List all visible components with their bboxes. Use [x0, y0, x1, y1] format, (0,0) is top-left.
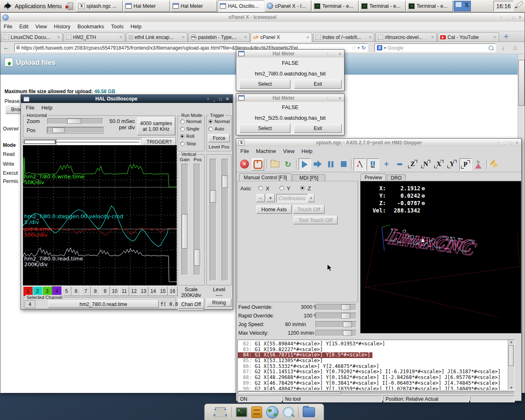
bookmark-star-icon[interactable]: ☆: [351, 45, 356, 51]
tab-preview[interactable]: Preview: [361, 173, 386, 181]
workspace-pager[interactable]: X: [454, 1, 471, 11]
hal-meter-2-exit-button[interactable]: Exit: [294, 124, 342, 133]
applications-menu-button[interactable]: Applications Menu: [1, 1, 64, 11]
tab-close-icon[interactable]: ✕: [306, 35, 310, 40]
rising-button[interactable]: Rising: [207, 299, 231, 307]
gcode-scrollbar[interactable]: ▲ ▼: [508, 340, 514, 390]
minimize-button[interactable]: _: [213, 96, 215, 101]
pos-slider[interactable]: [47, 127, 103, 133]
home-icon[interactable]: ⌂: [513, 44, 517, 51]
shade-button[interactable]: ↑: [207, 96, 210, 101]
close-button[interactable]: ×: [516, 140, 518, 145]
gcode-line[interactable]: 86:G1 X[53.5332*#<scale>] Y[2.46875*#<sc…: [238, 364, 514, 370]
search-engine-dropdown-icon[interactable]: ▾: [384, 46, 386, 50]
tool-touch-off-button[interactable]: Tool Touch Off: [293, 216, 338, 224]
view-perspective-button[interactable]: P: [459, 158, 472, 171]
zoom-out-button[interactable]: [394, 158, 405, 170]
samples-button[interactable]: 4000 samplesat 1.00 KHz: [137, 117, 175, 135]
view-z-button[interactable]: Z: [407, 158, 418, 170]
taskbar-item-terminal-2[interactable]: >Terminal - e...: [359, 0, 406, 12]
axis-x-radio[interactable]: [258, 186, 263, 190]
axis-z-radio[interactable]: [300, 186, 305, 190]
hal-meter-2-select-button[interactable]: Select: [240, 124, 290, 133]
runmode-single-radio[interactable]: [180, 127, 185, 131]
gcode-line[interactable]: 87:G2 X[51.14513*#<scale>] Y[0.79202*#<s…: [238, 369, 514, 375]
tab-mdi[interactable]: MDI [F5]: [292, 174, 325, 181]
browser-close-button[interactable]: ×: [519, 15, 521, 20]
clear-plot-button[interactable]: [489, 158, 500, 170]
gcode-line[interactable]: 88:G2 X[48.29688*#<scale>] Y[0.1582*#<sc…: [238, 375, 514, 381]
channel-7-button[interactable]: 7: [81, 286, 91, 296]
touch-off-button[interactable]: Touch Off: [293, 205, 324, 214]
tab-linuxcnc-devel[interactable]: #linuxcnc-devel...✕: [375, 32, 437, 41]
trigger-position-widget[interactable]: [23, 139, 141, 145]
axis-menu-file[interactable]: File: [240, 148, 249, 154]
hal-meter-1-select-button[interactable]: Select: [240, 80, 290, 89]
runmode-normal-radio[interactable]: [180, 119, 185, 124]
taskbar-item-splash[interactable]: Xsplash.ngc ...: [76, 0, 123, 12]
tab-close-icon[interactable]: ✕: [431, 35, 434, 39]
scope-menu-file[interactable]: File: [26, 105, 34, 111]
jog-mode-combo[interactable]: Continuous ▾: [276, 194, 315, 202]
optional-pause-button[interactable]: M1: [367, 158, 379, 171]
channel-11-button[interactable]: 11: [119, 286, 129, 296]
open-file-button[interactable]: [269, 158, 281, 170]
channel-8-button[interactable]: 8: [91, 286, 100, 296]
trigger-pos-slider[interactable]: [221, 159, 228, 281]
tab-index-seb[interactable]: Index of /~seb/li...✕: [313, 32, 374, 41]
max-velocity-slider[interactable]: [315, 330, 356, 336]
gain-slider[interactable]: [181, 164, 188, 275]
view-y-button[interactable]: Y: [446, 158, 458, 170]
gcode-line[interactable]: 85:G1 X[53.12305*#<scale>]: [238, 358, 514, 364]
reload-file-button[interactable]: ↻: [282, 158, 294, 170]
channel-9-button[interactable]: 9: [100, 286, 110, 296]
logout-button[interactable]: [65, 1, 75, 11]
taskbar-item-halmeter-1[interactable]: Hal Meter: [123, 0, 170, 12]
search-placeholder[interactable]: Google: [388, 45, 487, 51]
jog-speed-slider[interactable]: [315, 321, 356, 328]
axis-menu-machine[interactable]: Machine: [256, 148, 276, 154]
tab-close-icon[interactable]: ✕: [244, 35, 247, 39]
menu-edit[interactable]: Edit: [19, 23, 28, 30]
channel-15-button[interactable]: 15: [158, 286, 168, 296]
reload-icon[interactable]: ↻: [361, 45, 366, 51]
taskbar-item-terminal-3[interactable]: >Terminal - e...: [406, 0, 453, 12]
tab-pastebin[interactable]: PBpastebin - Type,...✕: [188, 32, 250, 41]
channel-6-button[interactable]: 6: [71, 286, 81, 296]
estop-button[interactable]: ✕: [239, 158, 250, 170]
menu-file[interactable]: File: [4, 23, 12, 30]
minimize-button[interactable]: _: [503, 140, 506, 145]
back-button[interactable]: ←: [3, 43, 10, 52]
scroll-up-icon[interactable]: ▲: [508, 340, 514, 345]
tab-cpanel[interactable]: cPcPanel X✕: [251, 32, 312, 42]
runmode-stop-radio[interactable]: [180, 142, 185, 146]
show-desktop-icon[interactable]: [213, 407, 227, 417]
rotate-view-button[interactable]: ↻: [472, 158, 484, 170]
menu-bookmarks[interactable]: Bookmarks: [78, 23, 104, 30]
minimize-button[interactable]: _: [332, 96, 335, 100]
tab-eth4[interactable]: eth4 Link encap...✕: [126, 32, 187, 41]
tab-close-icon[interactable]: ✕: [57, 35, 60, 39]
maximize-button[interactable]: □: [509, 140, 512, 145]
feed-override-slider[interactable]: [315, 304, 356, 310]
close-button[interactable]: ×: [339, 96, 341, 100]
force-trigger-button[interactable]: Force: [208, 134, 230, 142]
zoom-in-button[interactable]: +: [381, 158, 392, 170]
run-from-line-button[interactable]: [312, 158, 323, 170]
combo-dropdown-icon[interactable]: ▾: [308, 194, 315, 202]
tab-close-icon[interactable]: ✕: [182, 35, 185, 39]
trigger-level-slider[interactable]: [210, 159, 217, 281]
tab-close-icon[interactable]: ✕: [493, 35, 497, 39]
channel-16-button[interactable]: 16: [168, 286, 178, 296]
tab-dro[interactable]: DRO: [387, 174, 406, 181]
downloads-icon[interactable]: ↓: [502, 44, 505, 51]
close-button[interactable]: ✕: [226, 96, 229, 102]
minimize-button[interactable]: _: [332, 51, 335, 56]
hal-meter-2-titlebar[interactable]: Hal Meter ↑ _ ×: [236, 94, 344, 102]
chan-off-button[interactable]: Chan Off: [178, 300, 204, 309]
channel-13-button[interactable]: 13: [139, 286, 148, 296]
browser-minimize-button[interactable]: _: [506, 15, 509, 20]
skip-lines-button[interactable]: [354, 158, 366, 171]
tab-youtube[interactable]: ▶Cat - YouTube✕: [438, 32, 499, 41]
taskbar-item-terminal-1[interactable]: >Terminal - e...: [312, 0, 358, 12]
